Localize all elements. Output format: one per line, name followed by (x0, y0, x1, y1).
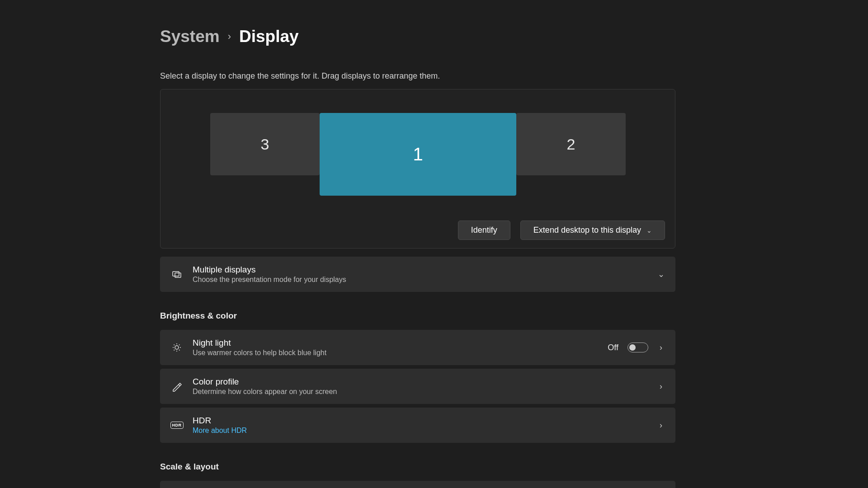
chevron-right-icon[interactable]: › (657, 343, 665, 352)
display-arrangement-canvas[interactable]: 3 1 2 (160, 89, 675, 221)
arrangement-helper-text: Select a display to change the settings … (160, 71, 675, 81)
button-label: Extend desktop to this display (533, 225, 641, 235)
hdr-icon: HDR (171, 419, 183, 431)
svg-point-2 (175, 346, 179, 349)
chevron-right-icon[interactable]: › (657, 421, 665, 430)
monitor-label: 2 (567, 136, 576, 153)
monitor-2[interactable]: 2 (516, 113, 626, 175)
button-label: Identify (471, 225, 497, 235)
monitor-label: 3 (261, 136, 269, 153)
hdr-row[interactable]: HDR HDR More about HDR › (160, 408, 675, 443)
displays-icon (171, 268, 183, 280)
toggle-state-label: Off (608, 343, 618, 352)
setting-subtitle: Determine how colors appear on your scre… (193, 388, 647, 396)
chevron-right-icon: › (228, 31, 231, 42)
svg-rect-0 (173, 272, 179, 276)
night-light-toggle[interactable] (627, 343, 648, 352)
toggle-knob (629, 344, 636, 351)
setting-title: Color profile (193, 377, 647, 387)
setting-title: Night light (193, 338, 598, 348)
chevron-down-icon: ⌄ (657, 269, 665, 279)
identify-button[interactable]: Identify (458, 221, 510, 240)
svg-rect-1 (175, 273, 181, 277)
more-about-hdr-link[interactable]: More about HDR (193, 427, 647, 435)
section-brightness-color: Brightness & color (160, 311, 675, 321)
night-light-row[interactable]: Night light Use warmer colors to help bl… (160, 330, 675, 365)
monitor-label: 1 (413, 144, 423, 164)
svg-line-10 (179, 345, 180, 346)
section-scale-layout: Scale & layout (160, 462, 675, 472)
setting-subtitle: Use warmer colors to help block blue lig… (193, 349, 598, 357)
svg-line-8 (179, 350, 180, 351)
monitor-1-selected[interactable]: 1 (320, 113, 516, 196)
color-profile-icon (171, 380, 183, 392)
svg-line-7 (174, 345, 175, 346)
multiple-displays-row[interactable]: Multiple displays Choose the presentatio… (160, 257, 675, 292)
display-arrangement-panel: 3 1 2 Identify Extend desktop to this di… (160, 89, 675, 249)
page-title: Display (239, 27, 299, 46)
extend-desktop-dropdown[interactable]: Extend desktop to this display ⌄ (520, 221, 665, 240)
color-profile-row[interactable]: Color profile Determine how colors appea… (160, 369, 675, 404)
setting-subtitle: Choose the presentation mode for your di… (193, 276, 647, 284)
setting-title: HDR (193, 416, 647, 426)
monitor-3[interactable]: 3 (210, 113, 320, 175)
chevron-right-icon[interactable]: › (657, 382, 665, 391)
scale-row[interactable]: Scale Change the size of text, apps, and… (160, 481, 675, 488)
chevron-down-icon: ⌄ (646, 227, 652, 234)
svg-line-9 (174, 350, 175, 351)
breadcrumb: System › Display (160, 27, 675, 46)
breadcrumb-parent-system[interactable]: System (160, 27, 220, 46)
setting-title: Multiple displays (193, 265, 647, 275)
night-light-icon (171, 342, 183, 353)
